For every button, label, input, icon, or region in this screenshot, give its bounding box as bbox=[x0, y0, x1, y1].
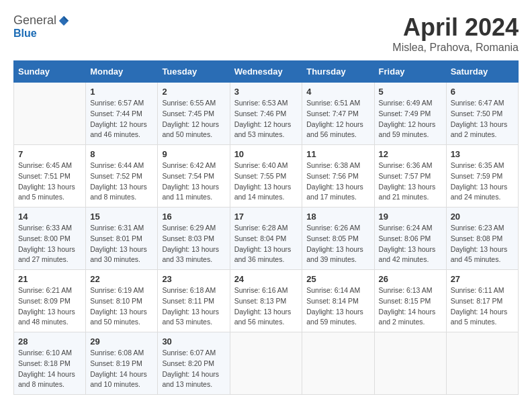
calendar-cell bbox=[14, 83, 86, 145]
day-detail: Sunrise: 6:36 AMSunset: 7:57 PMDaylight:… bbox=[379, 161, 442, 203]
calendar-cell: 6Sunrise: 6:47 AMSunset: 7:50 PMDaylight… bbox=[446, 83, 518, 145]
day-number: 2 bbox=[162, 87, 225, 97]
calendar-cell: 16Sunrise: 6:29 AMSunset: 8:03 PMDayligh… bbox=[158, 208, 230, 270]
calendar-cell: 29Sunrise: 6:08 AMSunset: 8:19 PMDayligh… bbox=[86, 332, 158, 395]
day-number: 5 bbox=[379, 87, 442, 97]
calendar-week-4: 21Sunrise: 6:21 AMSunset: 8:09 PMDayligh… bbox=[14, 270, 519, 332]
calendar-cell: 18Sunrise: 6:26 AMSunset: 8:05 PMDayligh… bbox=[302, 208, 374, 270]
calendar-cell: 7Sunrise: 6:45 AMSunset: 7:51 PMDaylight… bbox=[14, 145, 86, 208]
day-detail: Sunrise: 6:23 AMSunset: 8:08 PMDaylight:… bbox=[451, 223, 514, 265]
day-detail: Sunrise: 6:57 AMSunset: 7:44 PMDaylight:… bbox=[90, 98, 153, 140]
calendar-cell: 20Sunrise: 6:23 AMSunset: 8:08 PMDayligh… bbox=[446, 208, 518, 270]
day-detail: Sunrise: 6:11 AMSunset: 8:17 PMDaylight:… bbox=[451, 285, 514, 328]
calendar-cell: 9Sunrise: 6:42 AMSunset: 7:54 PMDaylight… bbox=[158, 145, 230, 208]
day-number: 19 bbox=[379, 212, 442, 222]
calendar-cell bbox=[230, 332, 302, 395]
month-title: April 2024 bbox=[392, 13, 519, 42]
day-number: 14 bbox=[18, 212, 81, 222]
weekday-header-tuesday: Tuesday bbox=[158, 61, 230, 83]
calendar-cell bbox=[446, 332, 518, 395]
day-detail: Sunrise: 6:08 AMSunset: 8:19 PMDaylight:… bbox=[90, 348, 153, 390]
calendar-cell: 13Sunrise: 6:35 AMSunset: 7:59 PMDayligh… bbox=[446, 145, 518, 208]
day-detail: Sunrise: 6:49 AMSunset: 7:49 PMDaylight:… bbox=[379, 98, 442, 140]
day-detail: Sunrise: 6:07 AMSunset: 8:20 PMDaylight:… bbox=[162, 348, 225, 390]
day-detail: Sunrise: 6:16 AMSunset: 8:13 PMDaylight:… bbox=[234, 285, 298, 328]
day-number: 21 bbox=[18, 274, 81, 284]
weekday-header-thursday: Thursday bbox=[302, 61, 374, 83]
calendar-cell: 11Sunrise: 6:38 AMSunset: 7:56 PMDayligh… bbox=[302, 145, 374, 208]
day-detail: Sunrise: 6:47 AMSunset: 7:50 PMDaylight:… bbox=[451, 98, 514, 140]
day-detail: Sunrise: 6:33 AMSunset: 8:00 PMDaylight:… bbox=[18, 223, 81, 265]
day-number: 16 bbox=[162, 212, 225, 222]
calendar-cell: 5Sunrise: 6:49 AMSunset: 7:49 PMDaylight… bbox=[374, 83, 446, 145]
calendar-cell: 26Sunrise: 6:13 AMSunset: 8:15 PMDayligh… bbox=[374, 270, 446, 332]
day-detail: Sunrise: 6:44 AMSunset: 7:52 PMDaylight:… bbox=[90, 161, 153, 203]
weekday-header-sunday: Sunday bbox=[14, 61, 86, 83]
day-number: 29 bbox=[90, 336, 153, 347]
calendar-week-3: 14Sunrise: 6:33 AMSunset: 8:00 PMDayligh… bbox=[14, 208, 519, 270]
logo: General Blue bbox=[13, 13, 70, 40]
calendar-cell: 10Sunrise: 6:40 AMSunset: 7:55 PMDayligh… bbox=[230, 145, 302, 208]
day-detail: Sunrise: 6:38 AMSunset: 7:56 PMDaylight:… bbox=[306, 161, 369, 203]
day-detail: Sunrise: 6:13 AMSunset: 8:15 PMDaylight:… bbox=[379, 285, 442, 328]
day-number: 12 bbox=[379, 149, 442, 159]
day-detail: Sunrise: 6:28 AMSunset: 8:04 PMDaylight:… bbox=[234, 223, 298, 265]
calendar-cell: 24Sunrise: 6:16 AMSunset: 8:13 PMDayligh… bbox=[230, 270, 302, 332]
day-detail: Sunrise: 6:45 AMSunset: 7:51 PMDaylight:… bbox=[18, 161, 81, 203]
calendar-cell: 2Sunrise: 6:55 AMSunset: 7:45 PMDaylight… bbox=[158, 83, 230, 145]
location: Mislea, Prahova, Romania bbox=[392, 42, 519, 54]
day-number: 23 bbox=[162, 274, 225, 284]
calendar-table: SundayMondayTuesdayWednesdayThursdayFrid… bbox=[13, 60, 519, 395]
calendar-cell: 17Sunrise: 6:28 AMSunset: 8:04 PMDayligh… bbox=[230, 208, 302, 270]
day-detail: Sunrise: 6:24 AMSunset: 8:06 PMDaylight:… bbox=[379, 223, 442, 265]
day-number: 18 bbox=[306, 212, 369, 222]
day-detail: Sunrise: 6:14 AMSunset: 8:14 PMDaylight:… bbox=[306, 285, 369, 328]
calendar-cell: 1Sunrise: 6:57 AMSunset: 7:44 PMDaylight… bbox=[86, 83, 158, 145]
day-number: 11 bbox=[306, 149, 369, 159]
calendar-cell: 30Sunrise: 6:07 AMSunset: 8:20 PMDayligh… bbox=[158, 332, 230, 395]
weekday-header-friday: Friday bbox=[374, 61, 446, 83]
day-number: 3 bbox=[234, 87, 298, 97]
calendar-cell: 22Sunrise: 6:19 AMSunset: 8:10 PMDayligh… bbox=[86, 270, 158, 332]
day-number: 7 bbox=[18, 149, 81, 159]
day-number: 28 bbox=[18, 336, 81, 347]
day-detail: Sunrise: 6:53 AMSunset: 7:46 PMDaylight:… bbox=[234, 98, 298, 140]
day-detail: Sunrise: 6:35 AMSunset: 7:59 PMDaylight:… bbox=[451, 161, 514, 203]
day-detail: Sunrise: 6:42 AMSunset: 7:54 PMDaylight:… bbox=[162, 161, 225, 203]
weekday-header-row: SundayMondayTuesdayWednesdayThursdayFrid… bbox=[14, 61, 519, 83]
day-detail: Sunrise: 6:31 AMSunset: 8:01 PMDaylight:… bbox=[90, 223, 153, 265]
calendar-week-2: 7Sunrise: 6:45 AMSunset: 7:51 PMDaylight… bbox=[14, 145, 519, 208]
day-number: 20 bbox=[451, 212, 514, 222]
day-number: 15 bbox=[90, 212, 153, 222]
day-number: 26 bbox=[379, 274, 442, 284]
day-number: 9 bbox=[162, 149, 225, 159]
calendar-cell: 28Sunrise: 6:10 AMSunset: 8:18 PMDayligh… bbox=[14, 332, 86, 395]
calendar-cell: 4Sunrise: 6:51 AMSunset: 7:47 PMDaylight… bbox=[302, 83, 374, 145]
day-number: 24 bbox=[234, 274, 298, 284]
day-detail: Sunrise: 6:21 AMSunset: 8:09 PMDaylight:… bbox=[18, 285, 81, 328]
logo-icon bbox=[58, 15, 70, 27]
calendar-cell: 27Sunrise: 6:11 AMSunset: 8:17 PMDayligh… bbox=[446, 270, 518, 332]
day-number: 17 bbox=[234, 212, 298, 222]
day-number: 30 bbox=[162, 336, 225, 347]
calendar-cell: 15Sunrise: 6:31 AMSunset: 8:01 PMDayligh… bbox=[86, 208, 158, 270]
day-detail: Sunrise: 6:29 AMSunset: 8:03 PMDaylight:… bbox=[162, 223, 225, 265]
day-detail: Sunrise: 6:10 AMSunset: 8:18 PMDaylight:… bbox=[18, 348, 81, 390]
day-number: 1 bbox=[90, 87, 153, 97]
calendar-cell: 8Sunrise: 6:44 AMSunset: 7:52 PMDaylight… bbox=[86, 145, 158, 208]
day-detail: Sunrise: 6:19 AMSunset: 8:10 PMDaylight:… bbox=[90, 285, 153, 328]
weekday-header-monday: Monday bbox=[86, 61, 158, 83]
day-number: 22 bbox=[90, 274, 153, 284]
calendar-cell: 3Sunrise: 6:53 AMSunset: 7:46 PMDaylight… bbox=[230, 83, 302, 145]
day-detail: Sunrise: 6:40 AMSunset: 7:55 PMDaylight:… bbox=[234, 161, 298, 203]
day-number: 4 bbox=[306, 87, 369, 97]
weekday-header-wednesday: Wednesday bbox=[230, 61, 302, 83]
day-number: 8 bbox=[90, 149, 153, 159]
day-detail: Sunrise: 6:55 AMSunset: 7:45 PMDaylight:… bbox=[162, 98, 225, 140]
calendar-body: 1Sunrise: 6:57 AMSunset: 7:44 PMDaylight… bbox=[14, 83, 519, 395]
day-number: 10 bbox=[234, 149, 298, 159]
calendar-cell: 14Sunrise: 6:33 AMSunset: 8:00 PMDayligh… bbox=[14, 208, 86, 270]
calendar-week-1: 1Sunrise: 6:57 AMSunset: 7:44 PMDaylight… bbox=[14, 83, 519, 145]
day-number: 25 bbox=[306, 274, 369, 284]
calendar-cell: 23Sunrise: 6:18 AMSunset: 8:11 PMDayligh… bbox=[158, 270, 230, 332]
